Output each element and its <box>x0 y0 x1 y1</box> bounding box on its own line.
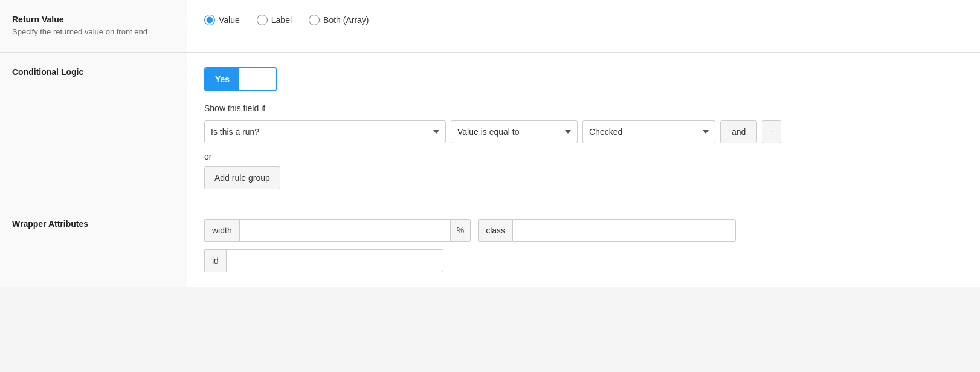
return-value-row: Return Value Specify the returned value … <box>0 0 980 53</box>
wrapper-attributes-content: width % class id <box>187 204 980 287</box>
conditional-logic-row: Conditional Logic Yes Show this field if… <box>0 53 980 204</box>
and-button[interactable]: and <box>720 120 757 143</box>
radio-option-both[interactable]: Both (Array) <box>309 15 369 25</box>
rule-row: Is this a run? Value is equal to Checked… <box>204 120 963 143</box>
show-if-label: Show this field if <box>204 103 963 113</box>
remove-rule-button[interactable]: − <box>762 120 781 143</box>
return-value-radio-group: Value Label Both (Array) <box>204 15 963 25</box>
radio-option-value[interactable]: Value <box>204 15 240 25</box>
conditional-logic-toggle[interactable]: Yes <box>204 67 277 91</box>
wrapper-fields-group: width % class id <box>204 219 963 272</box>
or-label: or <box>204 152 963 162</box>
toggle-no-area <box>239 68 276 90</box>
page-container: Return Value Specify the returned value … <box>0 0 980 287</box>
return-value-label-col: Return Value Specify the returned value … <box>0 0 187 52</box>
radio-label-label: Label <box>271 15 292 25</box>
radio-label-input[interactable] <box>257 15 268 25</box>
toggle-yes-label: Yes <box>205 68 239 90</box>
wrapper-attributes-label-col: Wrapper Attributes <box>0 204 187 287</box>
add-rule-group-button[interactable]: Add rule group <box>204 166 280 189</box>
class-label: class <box>478 219 512 242</box>
minus-icon: − <box>769 127 774 137</box>
return-value-desc: Specify the returned value on front end <box>12 27 175 38</box>
class-input[interactable] <box>512 219 736 242</box>
condition-select[interactable]: Value is equal to <box>451 120 578 143</box>
wrapper-attributes-title: Wrapper Attributes <box>12 219 175 229</box>
id-attr-group: id <box>204 249 443 272</box>
value-select[interactable]: Checked <box>582 120 715 143</box>
class-attr-group: class <box>478 219 736 242</box>
radio-option-label[interactable]: Label <box>257 15 292 25</box>
id-input[interactable] <box>226 249 443 272</box>
field-select[interactable]: Is this a run? <box>204 120 446 143</box>
id-label: id <box>204 249 226 272</box>
width-attr-group: width % <box>204 219 471 242</box>
conditional-logic-title: Conditional Logic <box>12 67 175 77</box>
radio-both-label: Both (Array) <box>323 15 369 25</box>
conditional-logic-label-col: Conditional Logic <box>0 53 187 204</box>
wrapper-attributes-row: Wrapper Attributes width % class id <box>0 204 980 287</box>
width-suffix: % <box>451 219 471 242</box>
return-value-title: Return Value <box>12 15 175 24</box>
return-value-content: Value Label Both (Array) <box>187 0 980 52</box>
width-input[interactable] <box>239 219 451 242</box>
radio-value-label: Value <box>219 15 240 25</box>
toggle-container: Yes <box>204 67 963 91</box>
conditional-logic-content: Yes Show this field if Is this a run? Va… <box>187 53 980 204</box>
width-label: width <box>204 219 239 242</box>
radio-both-input[interactable] <box>309 15 320 25</box>
radio-value-input[interactable] <box>204 15 215 25</box>
